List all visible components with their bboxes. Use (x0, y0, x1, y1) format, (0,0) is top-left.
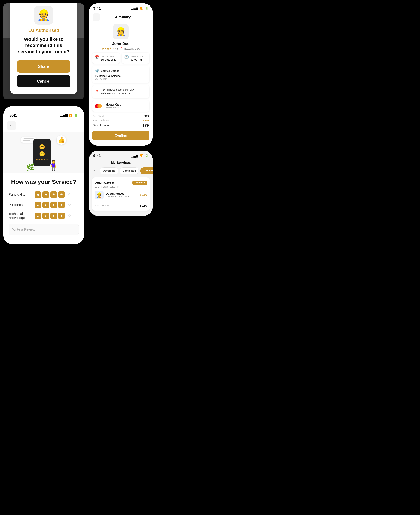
summary-info-cards: 📅 Service Date 15 Dec, 2020 🕐 Service Ti… (89, 52, 152, 64)
star-3[interactable]: ★ (50, 213, 57, 219)
wifi-icon: 📶 (140, 7, 143, 10)
technician-icon: 👷 (115, 27, 126, 37)
star-5[interactable]: ☆ (66, 213, 73, 219)
services-status-icons: ▂▄▆ 📶 🔋 (131, 154, 148, 158)
technician-icon: 👷 (96, 192, 102, 198)
battery-icon: 🔋 (145, 7, 148, 10)
tab-upcoming[interactable]: Upcoming (100, 167, 118, 174)
star-4[interactable]: ★ (58, 191, 65, 198)
back-arrow-icon: ← (10, 123, 13, 128)
tab-completed[interactable]: Completed (120, 167, 139, 174)
signal-icon: ▂▄▆ (131, 154, 138, 158)
politeness-stars[interactable]: ★ ★ ★ ★ ☆ (35, 202, 73, 208)
chat-line (23, 138, 34, 140)
order-header: Order #155656 Cancelled (95, 180, 147, 185)
service-date-label: Service Date (101, 55, 116, 58)
star-2[interactable]: ★ (43, 191, 49, 198)
star-2[interactable]: ★ (43, 202, 49, 208)
punctuality-stars[interactable]: ★ ★ ★ ★ ☆ (35, 191, 73, 198)
gear-icon: ⚙️ (95, 69, 99, 73)
mastercard-icon (95, 103, 103, 109)
service-tags: Electrician • AC • Repair (105, 195, 129, 198)
service-time-value: 02:00 PM (131, 58, 143, 61)
confirm-button[interactable]: Confirm (92, 131, 150, 141)
emoji-happy-icon: 😊 (39, 144, 45, 150)
wifi-icon: 📶 (69, 113, 73, 117)
star-1[interactable]: ★ (35, 191, 41, 198)
address-text: 414 ,6Th Ave South Sioux City, Nebraska(… (101, 88, 147, 95)
service-sub: LG - 43 Inch (95, 78, 147, 80)
order-datetime: 15 Dec, 2020 | 03:00 PM (95, 186, 147, 188)
star-2[interactable]: ★ (43, 213, 49, 219)
politeness-rating: Politeness ★ ★ ★ ★ ☆ (3, 202, 84, 208)
service-time-label: Service Time (131, 55, 143, 58)
modal-brand: LG Authorised (17, 28, 70, 33)
subtotal-row: Sub Total $99 (93, 115, 149, 118)
technical-stars[interactable]: ★ ★ ★ ★ ☆ (35, 213, 73, 219)
order-number: Order #155656 (95, 181, 115, 185)
services-status-bar: 9:41 ▂▄▆ 📶 🔋 (89, 151, 152, 159)
summary-header: ← Summary (89, 12, 152, 24)
signal-icon: ▂▄▆ (131, 7, 138, 10)
punctuality-label: Punctuality (8, 193, 33, 196)
discount-value: - $20 (143, 119, 149, 122)
illustration-stars: ★★★★☆ (36, 158, 48, 161)
service-date-value: 15 Dec, 2020 (101, 58, 116, 61)
order-total-value: $ 150 (140, 204, 147, 208)
status-time: 9:41 (10, 113, 17, 118)
summary-rating-row: ★★★★☆ 4.5 📍 Newyork, USA (89, 47, 152, 50)
technical-rating: Technical knowledge ★ ★ ★ ★ ☆ (3, 212, 84, 220)
star-4[interactable]: ★ (58, 202, 65, 208)
order-total-label: Total Amount (95, 204, 110, 208)
order-card: Order #155656 Cancelled 15 Dec, 2020 | 0… (92, 178, 150, 210)
service-name: LG Authorised (105, 192, 129, 195)
star-1[interactable]: ★ (35, 213, 41, 219)
signal-icon: ▂▄▆ (60, 113, 68, 117)
services-title: My Services (89, 159, 152, 167)
star-5[interactable]: ☆ (66, 191, 73, 198)
status-bar: 9:41 ▂▄▆ 📶 🔋 (3, 111, 84, 119)
calendar-icon: 📅 (95, 55, 99, 60)
service-date-card: 📅 Service Date 15 Dec, 2020 (92, 52, 120, 64)
total-label: Total Amount (93, 124, 110, 127)
back-button[interactable]: ← (7, 121, 16, 130)
share-button[interactable]: Share (17, 60, 70, 73)
star-1[interactable]: ★ (35, 202, 41, 208)
summary-back-button[interactable]: ← (92, 13, 100, 21)
technician-name: John Doe (89, 41, 152, 46)
order-service-row: 👷 LG Authorised Electrician • AC • Repai… (95, 191, 147, 199)
summary-avatar: 👷 (113, 24, 128, 39)
discount-row: Promo Discount - $20 (93, 119, 149, 122)
review-input[interactable]: Write a Review (8, 224, 79, 235)
star-3[interactable]: ★ (50, 202, 57, 208)
technician-icon: 👷 (37, 9, 51, 22)
technical-label: Technical knowledge (8, 212, 33, 220)
chat-line (23, 140, 30, 141)
status-icons: ▂▄▆ 📶 🔋 (60, 113, 78, 117)
service-name: Tv Repair & Service (95, 75, 147, 78)
plant-illustration: 🌿 (26, 163, 35, 171)
address-card: 📍 414 ,6Th Ave South Sioux City, Nebrask… (92, 85, 150, 98)
review-illustration: 😊 😉 ★★★★☆ 👍 🧍‍♀️ 🌿 (3, 132, 84, 173)
service-avatar: 👷 (95, 191, 104, 199)
modal-container: 👩 👷 LG Authorised Would you like to reco… (3, 3, 84, 99)
service-time-card: 🕐 Service Time 02:00 PM (122, 52, 150, 64)
service-price: $ 150 (140, 193, 147, 197)
summary-screen: 9:41 ▂▄▆ 📶 🔋 ← Summary 👷 John Doe ★★★★☆ (89, 3, 152, 146)
review-placeholder: Write a Review (12, 228, 35, 231)
services-screen: 9:41 ▂▄▆ 📶 🔋 My Services ··· Upcoming Co… (89, 151, 152, 216)
tab-cancelled[interactable]: Cancelled (140, 167, 152, 174)
cancel-button[interactable]: Cancel (17, 75, 70, 87)
review-title: How was your Service? (3, 178, 84, 186)
star-4[interactable]: ★ (58, 213, 65, 219)
services-time: 9:41 (93, 154, 101, 158)
payment-name: Master Card (105, 103, 122, 106)
tab-more[interactable]: ··· (92, 167, 98, 174)
back-arrow-icon: ← (95, 15, 98, 19)
recommendation-modal: 👷 LG Authorised Would you like to recomm… (10, 3, 77, 94)
summary-location: Newyork, USA (124, 47, 140, 50)
summary-rating-num: 4.5 (115, 47, 119, 50)
punctuality-rating: Punctuality ★ ★ ★ ★ ☆ (3, 191, 84, 198)
star-5[interactable]: ☆ (66, 202, 73, 208)
star-3[interactable]: ★ (50, 191, 57, 198)
